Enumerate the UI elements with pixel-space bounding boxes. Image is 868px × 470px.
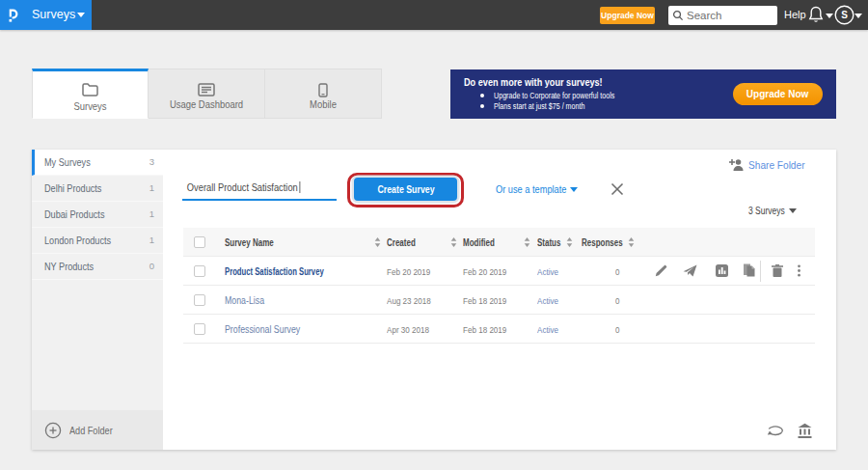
svg-text:S: S [841, 10, 848, 20]
